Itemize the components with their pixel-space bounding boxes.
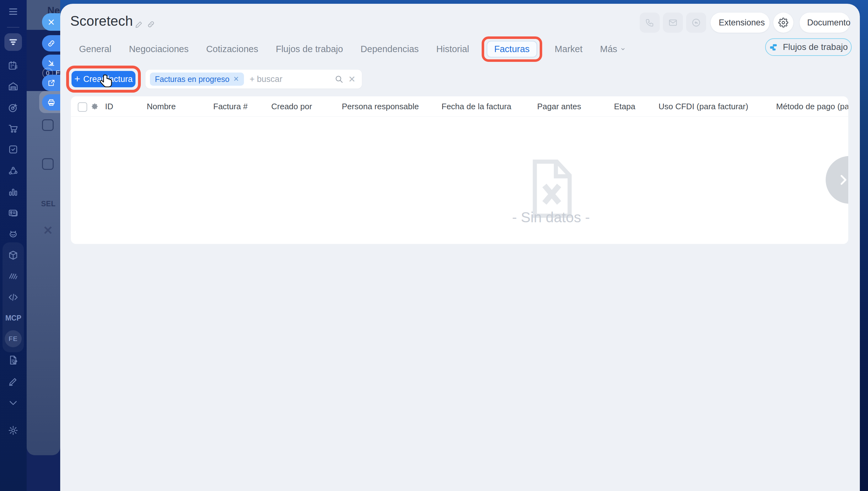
mcp-label[interactable]: MCP — [0, 314, 27, 322]
next-page-button[interactable] — [826, 156, 848, 204]
empty-state-message: - Sin datos - — [480, 209, 622, 226]
copy-link-button[interactable] — [42, 35, 60, 52]
col-pagar-antes[interactable]: Pagar antes — [537, 96, 581, 116]
tab-flujos-de-trabajo[interactable]: Flujos de trabajo — [276, 44, 343, 54]
sidebar-divider — [7, 27, 20, 28]
tab-negociaciones[interactable]: Negociaciones — [129, 44, 188, 54]
chat-button-disabled — [686, 12, 706, 33]
filter-chip-label: Facturas en progreso — [155, 75, 229, 84]
invoices-table: ID Nombre Factura # Creado por Persona r… — [71, 96, 848, 244]
link-icon — [47, 39, 56, 48]
sign-pen-icon[interactable] — [8, 376, 19, 387]
row-checkbox[interactable] — [42, 119, 54, 131]
tab-facturas[interactable]: Facturas — [487, 41, 537, 57]
filterbar-icons: ✕ — [335, 74, 355, 84]
dimmed-background-page: Neg 0 E SEL ✕ — [27, 0, 60, 491]
filter-chip[interactable]: Facturas en progreso ✕ — [150, 73, 244, 86]
col-nombre[interactable]: Nombre — [147, 96, 176, 116]
page-title: Scoretech — [70, 13, 133, 29]
developer-code-icon[interactable] — [8, 292, 19, 302]
col-id[interactable]: ID — [105, 96, 113, 116]
table-header-row: ID Nombre Factura # Creado por Persona r… — [71, 96, 848, 117]
column-settings-gear-icon[interactable] — [90, 102, 99, 111]
crm-funnel-icon[interactable] — [8, 37, 19, 48]
tasks-check-icon[interactable] — [8, 144, 19, 155]
col-fecha-factura[interactable]: Fecha de la factura — [441, 96, 512, 116]
clear-x-icon[interactable]: ✕ — [43, 224, 53, 237]
settings-button[interactable] — [773, 12, 794, 33]
workflows-button[interactable]: Flujos de trabajo — [765, 38, 852, 56]
app-sidebar: MCP FE — [0, 0, 27, 491]
package-box-icon[interactable] — [8, 250, 19, 261]
warehouse-icon[interactable] — [8, 81, 19, 92]
tab-market[interactable]: Market — [555, 44, 583, 54]
row-checkbox[interactable] — [42, 158, 54, 170]
tab-historial[interactable]: Historial — [436, 44, 469, 54]
col-creado-por[interactable]: Creado por — [271, 96, 312, 116]
tab-cotizaciones[interactable]: Cotizaciones — [206, 44, 258, 54]
tab-facturas-wrap: Facturas — [487, 41, 537, 57]
document-edit-icon[interactable] — [8, 355, 19, 366]
fe-avatar[interactable]: FE — [5, 330, 22, 347]
extensions-button[interactable]: Extensiones — [711, 12, 770, 33]
phone-icon — [645, 18, 654, 27]
tab-dependencias[interactable]: Dependencias — [361, 44, 418, 54]
chip-remove-icon[interactable]: ✕ — [233, 75, 239, 83]
ai-robot-icon[interactable] — [8, 229, 19, 239]
documento-button[interactable]: Documento — [800, 12, 850, 33]
col-persona-responsable[interactable]: Persona responsable — [342, 96, 419, 116]
chat-reply-icon — [691, 18, 701, 27]
chevron-down-icon — [620, 47, 626, 52]
print-button[interactable] — [42, 94, 60, 111]
close-icon — [47, 18, 56, 26]
tab-mas[interactable]: Más — [600, 44, 626, 54]
settings-gear-icon[interactable] — [8, 425, 19, 436]
underlay-bottom-area — [27, 453, 60, 491]
close-button[interactable] — [42, 13, 60, 31]
arrow-corner-icon — [47, 59, 56, 67]
call-button-disabled — [640, 12, 660, 33]
col-uso-cfdi[interactable]: Uso CFDI (para facturar) — [658, 96, 748, 116]
printer-icon — [47, 98, 56, 107]
calendar-tasks-icon[interactable] — [8, 60, 19, 71]
select-all-checkbox[interactable] — [78, 102, 87, 112]
col-etapa[interactable]: Etapa — [614, 96, 635, 116]
external-link-icon — [47, 79, 56, 87]
email-button-disabled — [663, 12, 683, 33]
clear-search-icon[interactable]: ✕ — [348, 74, 355, 84]
contact-card-icon[interactable] — [8, 207, 19, 218]
entity-detail-modal: Scoretech Extensiones Documento General … — [60, 4, 860, 491]
signature-waves-icon[interactable] — [8, 270, 19, 281]
tab-bar: General Negociaciones Cotizaciones Flujo… — [79, 41, 626, 57]
workflow-icon — [769, 42, 778, 52]
mouse-cursor-pointer — [97, 74, 115, 92]
tab-general[interactable]: General — [79, 44, 111, 54]
menu-icon[interactable] — [8, 6, 19, 17]
chevron-right-icon — [836, 173, 848, 187]
cart-icon[interactable] — [8, 123, 19, 134]
edit-title-icon[interactable] — [135, 20, 143, 30]
col-factura-num[interactable]: Factura # — [213, 96, 248, 116]
documento-label: Documento — [807, 18, 850, 28]
filter-search-bar[interactable]: Facturas en progreso ✕ ✕ — [146, 70, 362, 89]
mail-icon — [668, 18, 678, 27]
marketing-target-icon[interactable] — [8, 102, 19, 113]
collapse-chevron-icon[interactable] — [8, 398, 19, 408]
analytics-chart-icon[interactable] — [8, 186, 19, 197]
col-metodo-pago[interactable]: Método de pago (para facturar) — [776, 96, 848, 116]
workflows-button-label: Flujos de trabajo — [783, 42, 848, 52]
copy-link-title-icon[interactable] — [147, 20, 155, 30]
automation-network-icon[interactable] — [8, 166, 19, 176]
search-input[interactable] — [249, 74, 334, 84]
gear-icon — [778, 18, 788, 28]
sel-label: SEL — [41, 200, 56, 208]
search-icon[interactable] — [335, 75, 343, 84]
extensions-label: Extensiones — [719, 18, 765, 28]
underlay-content-area — [27, 91, 60, 455]
open-external-button[interactable] — [42, 75, 60, 91]
